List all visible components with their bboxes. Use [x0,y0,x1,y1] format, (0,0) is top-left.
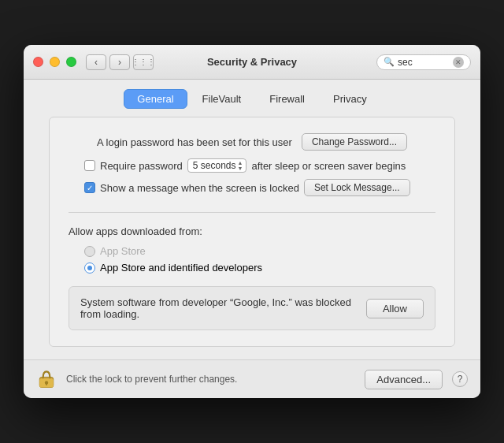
grid-button[interactable]: ⋮⋮⋮ [133,54,154,70]
show-message-checkbox[interactable]: ✓ [84,182,95,193]
blocked-section: System software from developer “Google, … [69,286,435,330]
allow-apps-section: Allow apps downloaded from: App Store Ap… [69,225,435,274]
traffic-lights [33,57,76,67]
search-clear-button[interactable]: ✕ [453,57,464,68]
change-password-button[interactable]: Change Password... [302,133,407,151]
show-message-row: ✓ Show a message when the screen is lock… [69,179,435,196]
advanced-button[interactable]: Advanced... [365,370,443,389]
tab-bar: General FileVault Firewall Privacy [24,80,480,117]
password-time-dropdown[interactable]: 5 seconds ▲ ▼ [187,158,247,173]
radio-app-store-label: App Store [100,245,146,257]
main-window: ‹ › ⋮⋮⋮ Security & Privacy 🔍 ✕ General F… [24,45,480,398]
require-password-label: Require password [100,160,183,172]
radio-app-store-row: App Store [69,245,435,257]
tab-filevault[interactable]: FileVault [189,89,255,109]
divider [69,212,435,213]
password-time-value: 5 seconds [193,160,236,171]
lock-icon[interactable] [36,368,57,390]
search-input[interactable] [398,57,453,68]
tab-privacy[interactable]: Privacy [320,89,380,109]
show-message-label: Show a message when the screen is locked [100,182,299,194]
main-content: A login password has been set for this u… [24,117,480,347]
password-section: A login password has been set for this u… [69,133,435,196]
minimize-button[interactable] [50,57,60,67]
password-label: A login password has been set for this u… [97,136,292,148]
footer: Click the lock to prevent further change… [24,359,480,398]
radio-identified-label: App Store and identified developers [100,262,262,274]
forward-button[interactable]: › [109,54,130,70]
search-bar[interactable]: 🔍 ✕ [376,54,471,70]
require-password-checkbox[interactable]: ✓ [84,160,95,171]
checkmark-icon: ✓ [87,162,93,170]
maximize-button[interactable] [66,57,76,67]
back-button[interactable]: ‹ [86,54,106,70]
radio-dot-icon [87,266,92,270]
close-button[interactable] [33,57,43,67]
search-icon: 🔍 [384,57,395,67]
radio-identified-row: App Store and identified developers [69,262,435,274]
content-panel: A login password has been set for this u… [49,117,455,347]
window-title: Security & Privacy [207,56,297,68]
svg-rect-3 [46,383,47,385]
footer-text: Click the lock to prevent further change… [66,374,355,385]
blocked-text: System software from developer “Google, … [80,296,357,320]
dropdown-arrows-icon: ▲ ▼ [237,160,243,171]
radio-app-store[interactable] [84,246,95,257]
after-sleep-label: after sleep or screen saver begins [251,160,406,172]
help-button[interactable]: ? [452,371,468,387]
radio-identified[interactable] [84,262,95,274]
checkmark-icon: ✓ [87,184,93,192]
allow-apps-title: Allow apps downloaded from: [69,225,435,237]
titlebar: ‹ › ⋮⋮⋮ Security & Privacy 🔍 ✕ [24,45,480,80]
set-lock-message-button[interactable]: Set Lock Message... [304,179,410,196]
nav-buttons: ‹ › [86,54,130,70]
allow-button[interactable]: Allow [366,299,424,318]
tab-general[interactable]: General [124,89,187,109]
require-password-row: ✓ Require password 5 seconds ▲ ▼ after s… [69,158,435,173]
tab-firewall[interactable]: Firewall [256,89,318,109]
password-row: A login password has been set for this u… [69,133,435,151]
